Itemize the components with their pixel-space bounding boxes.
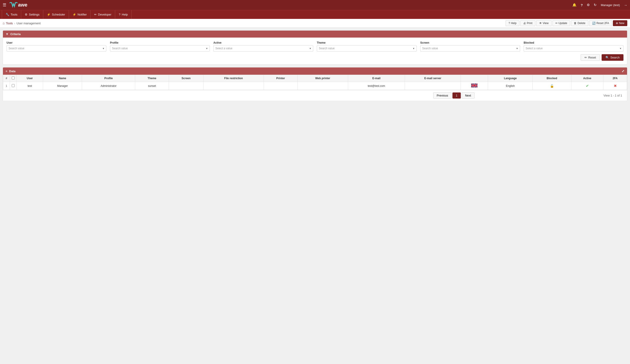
cell-theme: sunset xyxy=(135,82,169,90)
criteria-profile-label: Profile xyxy=(110,41,210,44)
view-label: View xyxy=(543,22,549,25)
table-header-row: # User Name Profile Theme Screen File re… xyxy=(3,75,627,82)
help-icon[interactable]: ? xyxy=(581,3,583,7)
cell-email: test@test.com xyxy=(348,82,405,90)
nav-item-tools[interactable]: 🔧 Tools xyxy=(2,10,21,19)
home-icon[interactable]: ⌂ xyxy=(3,21,4,25)
new-label: New xyxy=(619,22,624,25)
scheduler-icon: ⚡ xyxy=(47,13,50,16)
data-panel-header: ≡ Data ⤢ xyxy=(3,67,627,75)
notifier-icon: ⚡ xyxy=(72,13,76,16)
reset-button[interactable]: ✏ Reset xyxy=(581,54,600,61)
top-bar-right: 🔔 ? ⚙ ↻ Manager (test) → xyxy=(572,3,627,7)
criteria-active-label: Active xyxy=(214,41,313,44)
filter-icon: ▼ xyxy=(6,32,8,36)
criteria-profile-field: Profile Search value xyxy=(110,41,210,51)
refresh-icon[interactable]: ↻ xyxy=(594,3,597,7)
table-body: 1 test Manager Administrator sunset test… xyxy=(3,82,627,90)
toolbar-buttons: ? Help 🖨 Print 👁 View ✏ Update 🗑 Delete … xyxy=(506,20,627,26)
table-container: # User Name Profile Theme Screen File re… xyxy=(3,75,627,90)
search-label: Search xyxy=(610,56,620,59)
cell-web-printer xyxy=(298,82,348,90)
nav-item-developer[interactable]: ✏ Developer xyxy=(90,10,115,19)
criteria-active-field: Active Select a value xyxy=(214,41,313,51)
pagination-center: Previous 1 Next xyxy=(304,92,604,99)
criteria-screen-select[interactable]: Search value xyxy=(420,45,520,51)
criteria-user-wrapper: Search value xyxy=(6,45,106,51)
cell-active: ✔ xyxy=(571,82,604,90)
criteria-screen-wrapper: Search value xyxy=(420,45,520,51)
criteria-profile-select[interactable]: Search value xyxy=(110,45,210,51)
view-button[interactable]: 👁 View xyxy=(536,20,552,26)
row-num: 1 xyxy=(3,82,10,90)
top-bar: ☰ awe 🔔 ? ⚙ ↻ Manager (test) → xyxy=(0,0,630,10)
nav-item-scheduler[interactable]: ⚡ Scheduler xyxy=(43,10,69,19)
select-all-checkbox[interactable] xyxy=(12,76,15,79)
hamburger-menu[interactable]: ☰ xyxy=(3,2,6,7)
reset-icon: ✏ xyxy=(584,56,587,59)
col-user: User xyxy=(17,75,43,82)
search-icon: 🔍 xyxy=(606,56,609,59)
page-1-button[interactable]: 1 xyxy=(452,92,461,99)
next-button[interactable]: Next xyxy=(462,92,474,99)
previous-button[interactable]: Previous xyxy=(433,92,452,99)
settings-icon[interactable]: ⚙ xyxy=(587,3,590,7)
breadcrumb-tools[interactable]: Tools xyxy=(6,22,12,25)
expand-icon[interactable]: ⤢ xyxy=(622,69,624,73)
nav-item-notifier[interactable]: ⚡ Notifier xyxy=(69,10,90,19)
delete-button[interactable]: 🗑 Delete xyxy=(571,20,588,26)
col-email: E-mail xyxy=(348,75,405,82)
criteria-screen-field: Screen Search value xyxy=(420,41,520,51)
top-bar-left: ☰ awe xyxy=(3,1,28,9)
update-icon: ✏ xyxy=(556,22,558,25)
col-theme: Theme xyxy=(135,75,169,82)
nav-item-settings[interactable]: ⚙ Settings xyxy=(21,10,43,19)
reset2fa-button[interactable]: 🔄 Reset 2FA xyxy=(589,20,612,26)
logout-icon[interactable]: → xyxy=(624,3,627,7)
col-file-restriction: File restriction xyxy=(203,75,264,82)
delete-label: Delete xyxy=(578,22,586,25)
criteria-user-label: User xyxy=(6,41,106,44)
nav-item-help[interactable]: ? Help xyxy=(115,10,132,19)
search-button[interactable]: 🔍 Search xyxy=(602,54,624,61)
cell-blocked: 🔓 xyxy=(533,82,571,90)
user-label: Manager (test) xyxy=(601,3,620,7)
criteria-title: Criteria xyxy=(10,32,21,36)
criteria-panel-body: User Search value Profile Search value xyxy=(3,37,627,64)
uk-flag xyxy=(471,83,478,88)
data-panel: ≡ Data ⤢ # User Name Profile Theme xyxy=(3,67,627,101)
row-checkbox[interactable] xyxy=(12,84,15,87)
cell-flag xyxy=(461,82,488,90)
data-panel-title: Data xyxy=(9,69,16,73)
nav-label-help: Help xyxy=(122,13,128,16)
new-button[interactable]: ⊕ New xyxy=(613,20,627,26)
col-flag xyxy=(461,75,488,82)
criteria-blocked-select[interactable]: Select a value xyxy=(524,45,624,51)
col-profile: Profile xyxy=(82,75,135,82)
col-2fa: 2FA xyxy=(604,75,627,82)
cell-name: Manager xyxy=(43,82,82,90)
print-button[interactable]: 🖨 Print xyxy=(520,20,535,26)
breadcrumb-current: User management xyxy=(16,22,40,25)
reset2fa-icon: 🔄 xyxy=(592,22,596,25)
criteria-panel: ▼ Criteria User Search value Profile xyxy=(3,30,627,65)
criteria-blocked-label: Blocked xyxy=(524,41,624,44)
help-button[interactable]: ? Help xyxy=(506,20,519,26)
new-icon: ⊕ xyxy=(616,22,618,25)
cell-printer xyxy=(264,82,298,90)
cell-screen xyxy=(169,82,203,90)
help-btn-label: Help xyxy=(511,22,516,25)
update-button[interactable]: ✏ Update xyxy=(552,20,570,26)
bell-icon[interactable]: 🔔 xyxy=(572,3,576,7)
criteria-theme-select[interactable]: Search value xyxy=(317,45,416,51)
col-email-server: E-mail server xyxy=(405,75,461,82)
criteria-active-select[interactable]: Select a value xyxy=(214,45,313,51)
col-active: Active xyxy=(571,75,604,82)
col-check xyxy=(10,75,17,82)
data-header-left: ≡ Data xyxy=(6,69,16,73)
col-num: # xyxy=(3,75,10,82)
pagination-bar: Previous 1 Next View 1 - 1 of 1 xyxy=(3,90,627,101)
col-printer: Printer xyxy=(264,75,298,82)
col-language: Language xyxy=(488,75,533,82)
criteria-user-select[interactable]: Search value xyxy=(6,45,106,51)
